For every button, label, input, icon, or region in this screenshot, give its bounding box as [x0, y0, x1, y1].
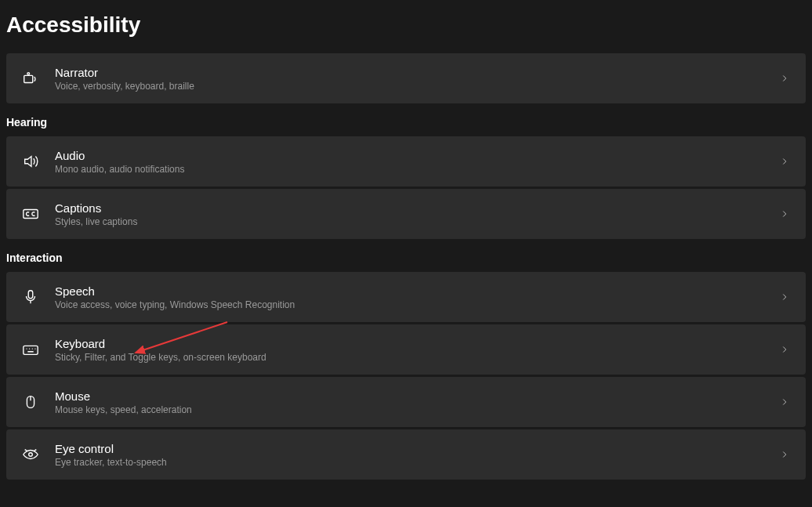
item-content: Captions Styles, live captions [55, 201, 763, 227]
svg-rect-2 [24, 210, 38, 219]
settings-item-eyecontrol[interactable]: Eye control Eye tracker, text-to-speech [6, 429, 806, 480]
item-content: Keyboard Sticky, Filter, and Toggle keys… [55, 337, 763, 363]
item-title: Keyboard [55, 337, 763, 350]
svg-point-6 [29, 453, 33, 457]
item-title: Mouse [55, 389, 763, 403]
item-desc: Sticky, Filter, and Toggle keys, on-scre… [55, 352, 763, 363]
item-desc: Mouse keys, speed, acceleration [55, 404, 763, 415]
item-title: Audio [55, 149, 763, 162]
narrator-icon [22, 70, 39, 87]
eyecontrol-icon [22, 446, 39, 463]
chevron-right-icon [779, 208, 790, 219]
item-desc: Voice, verbosity, keyboard, braille [55, 81, 763, 92]
chevron-right-icon [779, 156, 790, 167]
keyboard-icon [22, 341, 39, 358]
item-content: Eye control Eye tracker, text-to-speech [55, 442, 763, 468]
settings-item-audio[interactable]: Audio Mono audio, audio notifications [6, 136, 806, 187]
item-desc: Mono audio, audio notifications [55, 164, 763, 175]
svg-rect-0 [24, 75, 33, 82]
item-title: Speech [55, 284, 763, 298]
chevron-right-icon [779, 449, 790, 460]
audio-icon [22, 153, 39, 170]
section-header-interaction: Interaction [6, 252, 806, 264]
svg-rect-3 [28, 291, 33, 299]
page-title: Accessibility [6, 13, 806, 38]
chevron-right-icon [779, 344, 790, 355]
settings-item-narrator[interactable]: Narrator Voice, verbosity, keyboard, bra… [6, 53, 806, 103]
chevron-right-icon [779, 397, 790, 407]
settings-item-speech[interactable]: Speech Voice access, voice typing, Windo… [6, 272, 806, 322]
item-title: Captions [55, 201, 763, 215]
item-content: Audio Mono audio, audio notifications [55, 149, 763, 175]
svg-point-1 [27, 73, 30, 75]
chevron-right-icon [779, 73, 790, 84]
settings-item-captions[interactable]: Captions Styles, live captions [6, 189, 806, 239]
chevron-right-icon [779, 292, 790, 302]
speech-icon [22, 288, 39, 306]
settings-item-keyboard[interactable]: Keyboard Sticky, Filter, and Toggle keys… [6, 324, 806, 375]
section-header-hearing: Hearing [6, 116, 806, 129]
item-content: Mouse Mouse keys, speed, acceleration [55, 389, 763, 415]
item-desc: Styles, live captions [55, 216, 763, 227]
settings-item-mouse[interactable]: Mouse Mouse keys, speed, acceleration [6, 377, 806, 427]
item-content: Narrator Voice, verbosity, keyboard, bra… [55, 66, 763, 92]
svg-rect-4 [24, 346, 38, 354]
item-content: Speech Voice access, voice typing, Windo… [55, 284, 763, 310]
captions-icon [22, 205, 39, 223]
item-title: Narrator [55, 66, 763, 79]
item-desc: Eye tracker, text-to-speech [55, 457, 763, 468]
mouse-icon [22, 393, 39, 411]
item-title: Eye control [55, 442, 763, 455]
item-desc: Voice access, voice typing, Windows Spee… [55, 299, 763, 310]
